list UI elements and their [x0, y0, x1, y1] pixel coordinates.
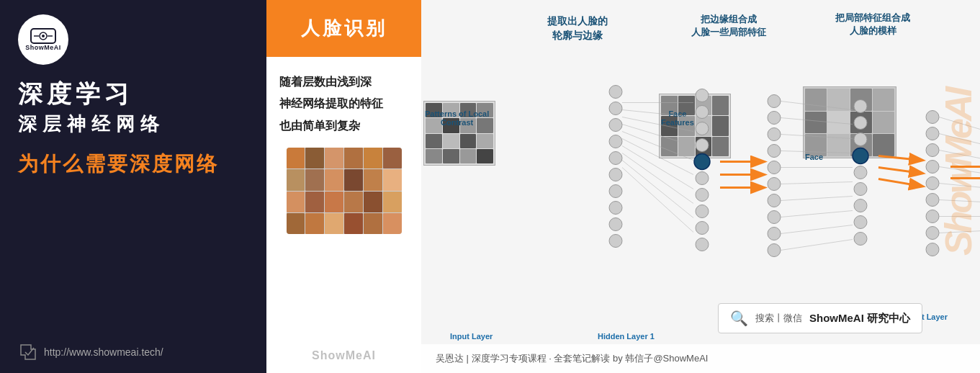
left-panel: ShowMeAI 深度学习 深层神经网络 为什么需要深度网络 http://ww…: [0, 0, 266, 373]
face-thumbnail: [803, 86, 896, 158]
bottom-link-area[interactable]: http://www.showmeai.tech/: [18, 342, 248, 362]
bottom-text: 吴恩达 | 深度学习专项课程 · 全套笔记解读 by 韩信子@ShowMeAI: [436, 352, 708, 365]
svg-point-43: [768, 194, 781, 207]
face-recognition-card: 人脸识别 随着层数由浅到深 神经网络提取的特征 也由简单到复杂: [266, 0, 421, 373]
card-body: 随着层数由浅到深 神经网络提取的特征 也由简单到复杂: [266, 57, 421, 342]
svg-point-40: [768, 145, 781, 158]
logo-svg-icon: [30, 28, 56, 44]
svg-point-9: [609, 135, 622, 148]
svg-point-14: [609, 218, 622, 231]
label-extract: 提取出人脸的轮廓与边缘: [547, 14, 608, 42]
svg-line-56: [781, 240, 853, 251]
svg-point-13: [609, 202, 622, 215]
svg-point-11: [609, 168, 622, 181]
svg-point-15: [609, 235, 622, 248]
people-collage: [287, 148, 402, 234]
highlight-title: 为什么需要深度网络: [18, 150, 248, 178]
right-panel: 人脸识别 随着层数由浅到深 神经网络提取的特征 也由简单到复杂: [266, 0, 980, 373]
main-title-line1: 深度学习: [18, 78, 248, 109]
right-watermark: ShowMeAI: [937, 0, 980, 344]
svg-point-31: [696, 172, 709, 185]
svg-point-12: [609, 185, 622, 198]
svg-point-38: [768, 112, 781, 125]
bottom-info-box: 🔍 搜索丨微信 ShowMeAI 研究中心: [718, 303, 922, 333]
svg-point-46: [768, 244, 781, 257]
svg-point-7: [609, 102, 622, 115]
label-face-features: FaceFeatures: [661, 109, 694, 127]
card-watermark: ShowMeAI: [266, 342, 421, 373]
card-header: 人脸识别: [266, 0, 421, 57]
label-face: Face: [805, 153, 823, 161]
label-hidden1-layer: Hidden Layer 1: [598, 332, 655, 341]
svg-line-53: [781, 197, 853, 201]
bottom-bar: 吴恩达 | 深度学习专项课程 · 全套笔记解读 by 韩信子@ShowMeAI: [421, 344, 980, 373]
website-url: http://www.showmeai.tech/: [44, 346, 163, 358]
svg-point-39: [768, 128, 781, 141]
svg-point-32: [696, 189, 709, 202]
logo-circle: ShowMeAI: [18, 14, 68, 65]
svg-point-41: [768, 161, 781, 174]
link-icon: [18, 342, 38, 362]
card-desc: 随着层数由浅到深 神经网络提取的特征 也由简单到复杂: [279, 71, 408, 137]
svg-point-10: [609, 152, 622, 165]
svg-point-33: [696, 205, 709, 218]
svg-point-2: [42, 35, 45, 37]
svg-line-54: [781, 211, 853, 217]
svg-point-61: [854, 166, 867, 179]
svg-line-25: [622, 168, 693, 233]
main-container: ShowMeAI 深度学习 深层神经网络 为什么需要深度网络 http://ww…: [0, 0, 980, 373]
svg-line-24: [622, 161, 693, 218]
label-patterns: Patterns of LocalContrast: [425, 109, 489, 127]
neural-network-diagram: [421, 0, 980, 346]
svg-point-44: [768, 211, 781, 224]
svg-point-63: [854, 199, 867, 212]
svg-point-64: [854, 216, 867, 229]
watermark-text: ShowMeAI: [937, 89, 980, 256]
svg-point-34: [696, 222, 709, 235]
svg-marker-5: [21, 345, 35, 359]
svg-point-42: [768, 178, 781, 191]
svg-line-55: [781, 225, 853, 234]
logo-text: ShowMeAI: [25, 44, 61, 51]
svg-point-62: [854, 183, 867, 196]
svg-line-52: [781, 182, 853, 184]
svg-point-8: [609, 119, 622, 132]
svg-line-23: [622, 153, 693, 204]
svg-point-37: [768, 95, 781, 108]
svg-point-35: [696, 238, 709, 251]
label-input-layer: Input Layer: [450, 332, 493, 341]
svg-point-45: [768, 228, 781, 241]
svg-point-65: [854, 233, 867, 246]
wechat-search-label: 搜索丨微信: [755, 312, 802, 325]
logo-area: ShowMeAI: [18, 14, 248, 65]
label-combine1: 把边缘组合成人脸一些局部特征: [691, 13, 766, 39]
main-title-line2: 深层神经网络: [18, 111, 248, 137]
search-icon: 🔍: [730, 310, 748, 327]
showmeai-center-label: ShowMeAI 研究中心: [809, 312, 910, 325]
label-combine2: 把局部特征组合成人脸的模样: [835, 12, 910, 37]
svg-point-6: [609, 86, 622, 99]
